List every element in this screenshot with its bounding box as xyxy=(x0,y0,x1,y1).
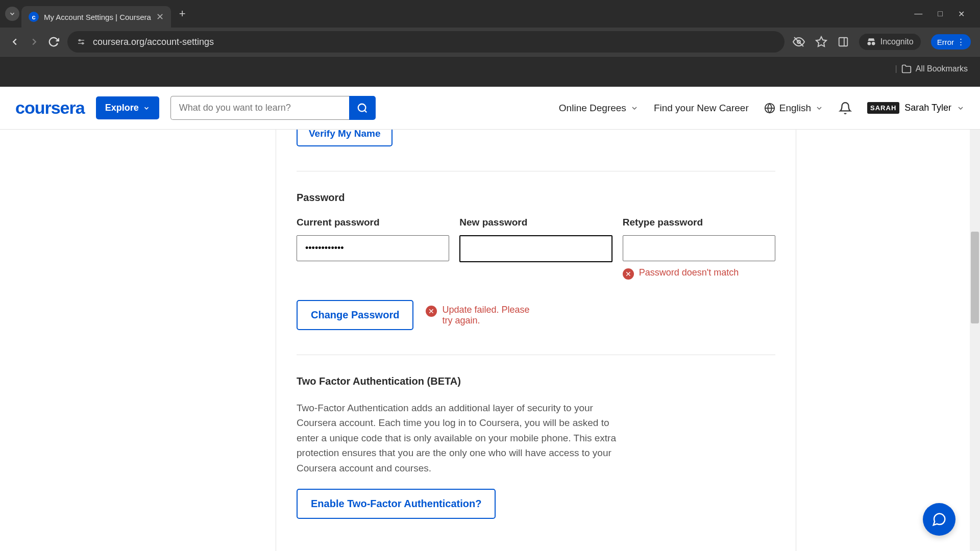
scrollbar-thumb[interactable] xyxy=(971,232,979,323)
tab-title: My Account Settings | Coursera xyxy=(44,13,151,21)
user-menu[interactable]: SARAH Sarah Tyler xyxy=(867,102,965,114)
site-settings-icon xyxy=(77,37,86,46)
new-tab-button[interactable]: + xyxy=(173,7,192,20)
language-selector[interactable]: English xyxy=(764,103,823,114)
divider xyxy=(297,355,775,355)
explore-button[interactable]: Explore xyxy=(96,96,159,119)
svg-point-11 xyxy=(358,104,365,111)
kebab-icon: ⋮ xyxy=(957,37,965,46)
error-icon: ✕ xyxy=(426,306,437,317)
forward-button[interactable] xyxy=(29,36,40,47)
address-bar: coursera.org/account-settings Incognito … xyxy=(0,28,980,56)
svg-line-12 xyxy=(364,110,366,112)
notifications-button[interactable] xyxy=(839,102,852,115)
arrow-left-icon xyxy=(9,36,20,47)
chat-button[interactable] xyxy=(923,503,955,536)
current-password-group: Current password xyxy=(297,217,449,280)
address-actions: Incognito Error ⋮ xyxy=(793,34,971,50)
coursera-logo[interactable]: coursera xyxy=(15,98,85,118)
password-section-title: Password xyxy=(297,192,775,204)
retype-error-text: Password doesn't match xyxy=(639,267,739,278)
reload-icon xyxy=(48,36,59,47)
tab-search-button[interactable] xyxy=(5,7,19,21)
window-controls: — □ ✕ xyxy=(914,9,975,19)
tfa-section-title: Two Factor Authentication (BETA) xyxy=(297,375,775,387)
tfa-section: Two Factor Authentication (BETA) Two-Fac… xyxy=(297,375,775,519)
search-input[interactable] xyxy=(170,96,349,120)
retype-password-label: Retype password xyxy=(623,217,775,228)
page-content: coursera Explore Online Degrees Find you… xyxy=(0,87,980,551)
new-career-link[interactable]: Find your New Career xyxy=(654,103,749,114)
eye-off-icon[interactable] xyxy=(793,36,805,48)
new-password-group: New password xyxy=(459,217,612,280)
user-badge: SARAH xyxy=(867,102,899,114)
site-header: coursera Explore Online Degrees Find you… xyxy=(0,87,980,130)
svg-point-2 xyxy=(79,40,81,41)
retype-password-input[interactable] xyxy=(623,235,775,261)
close-window-button[interactable]: ✕ xyxy=(958,9,965,19)
globe-icon xyxy=(764,103,775,114)
scrollbar-track[interactable] xyxy=(970,130,980,551)
url-text: coursera.org/account-settings xyxy=(93,37,214,47)
chevron-down-icon xyxy=(9,10,16,17)
error-badge[interactable]: Error ⋮ xyxy=(931,34,971,49)
tfa-description: Two-Factor Authentication adds an additi… xyxy=(297,400,623,475)
chat-icon xyxy=(932,512,947,527)
search-button[interactable] xyxy=(349,96,376,120)
incognito-badge[interactable]: Incognito xyxy=(859,34,921,50)
enable-tfa-button[interactable]: Enable Two-Factor Authentication? xyxy=(297,489,496,519)
current-password-label: Current password xyxy=(297,217,449,228)
url-field[interactable]: coursera.org/account-settings xyxy=(67,31,785,53)
change-password-button[interactable]: Change Password xyxy=(297,300,413,330)
bookmark-bar: | All Bookmarks xyxy=(0,56,980,81)
error-icon: ✕ xyxy=(623,268,634,280)
close-tab-button[interactable]: ✕ xyxy=(156,11,164,22)
chevron-down-icon xyxy=(815,104,823,112)
update-error-text: Update failed. Please try again. xyxy=(442,305,538,326)
svg-point-3 xyxy=(82,43,84,44)
svg-point-10 xyxy=(872,42,875,45)
browser-chrome: c My Account Settings | Coursera ✕ + — □… xyxy=(0,0,980,87)
folder-icon xyxy=(901,64,912,74)
password-fields-row: Current password New password Retype pas… xyxy=(297,217,775,280)
side-panel-icon[interactable] xyxy=(838,36,849,47)
search-icon xyxy=(357,103,368,114)
user-name: Sarah Tyler xyxy=(904,103,951,113)
incognito-icon xyxy=(866,37,876,47)
chevron-down-icon xyxy=(143,105,150,112)
online-degrees-link[interactable]: Online Degrees xyxy=(559,103,639,114)
password-action-row: Change Password ✕ Update failed. Please … xyxy=(297,300,775,330)
new-password-input[interactable] xyxy=(459,235,612,262)
bell-icon xyxy=(839,102,852,115)
new-password-label: New password xyxy=(459,217,612,228)
chevron-down-icon xyxy=(957,104,965,112)
arrow-right-icon xyxy=(29,36,40,47)
maximize-button[interactable]: □ xyxy=(938,9,943,19)
search-wrap xyxy=(170,96,376,120)
main-panel: Verify My Name Password Current password… xyxy=(276,130,796,551)
password-section: Password Current password New password R… xyxy=(297,192,775,330)
verify-name-button[interactable]: Verify My Name xyxy=(297,130,393,146)
svg-rect-7 xyxy=(839,38,847,46)
star-icon[interactable] xyxy=(815,36,827,48)
content-area: Verify My Name Password Current password… xyxy=(0,130,980,551)
chevron-down-icon xyxy=(630,104,639,112)
current-password-input[interactable] xyxy=(297,235,449,261)
header-links: Online Degrees Find your New Career Engl… xyxy=(559,102,965,115)
svg-point-9 xyxy=(867,42,871,45)
favicon-icon: c xyxy=(29,12,39,22)
tab-bar: c My Account Settings | Coursera ✕ + — □… xyxy=(0,0,980,28)
retype-password-group: Retype password ✕ Password doesn't match xyxy=(623,217,775,280)
back-button[interactable] xyxy=(9,36,20,47)
all-bookmarks-link[interactable]: All Bookmarks xyxy=(916,64,968,73)
minimize-button[interactable]: — xyxy=(914,9,922,19)
update-error: ✕ Update failed. Please try again. xyxy=(426,305,538,326)
browser-tab[interactable]: c My Account Settings | Coursera ✕ xyxy=(21,6,171,28)
svg-marker-6 xyxy=(816,37,826,46)
retype-error: ✕ Password doesn't match xyxy=(623,267,775,280)
divider xyxy=(297,171,775,171)
reload-button[interactable] xyxy=(48,36,59,47)
